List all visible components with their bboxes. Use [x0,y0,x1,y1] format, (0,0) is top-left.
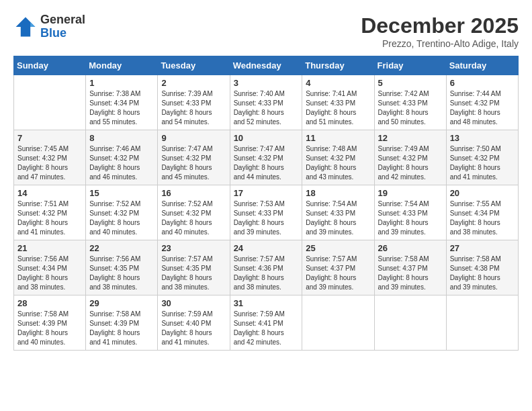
day-cell [14,75,86,130]
day-cell: 3Sunrise: 7:40 AMSunset: 4:33 PMDaylight… [230,75,302,130]
day-info: Sunrise: 7:57 AMSunset: 4:36 PMDaylight:… [234,255,299,292]
day-number: 5 [378,78,443,88]
day-info: Sunrise: 7:42 AMSunset: 4:33 PMDaylight:… [378,89,443,127]
day-info: Sunrise: 7:46 AMSunset: 4:32 PMDaylight:… [89,144,154,182]
day-header-tuesday: Tuesday [158,56,230,75]
day-cell: 28Sunrise: 7:58 AMSunset: 4:39 PMDayligh… [14,295,86,351]
day-info: Sunrise: 7:57 AMSunset: 4:37 PMDaylight:… [306,255,370,292]
day-number: 29 [89,298,154,308]
day-cell: 12Sunrise: 7:49 AMSunset: 4:32 PMDayligh… [374,130,446,185]
day-info: Sunrise: 7:58 AMSunset: 4:39 PMDaylight:… [17,310,82,347]
day-info: Sunrise: 7:47 AMSunset: 4:32 PMDaylight:… [161,144,226,182]
day-number: 14 [17,188,82,198]
day-cell: 7Sunrise: 7:45 AMSunset: 4:32 PMDaylight… [14,130,86,185]
logo-blue: Blue [40,27,85,40]
day-number: 8 [89,133,154,143]
logo-icon [13,15,38,39]
day-cell: 25Sunrise: 7:57 AMSunset: 4:37 PMDayligh… [302,240,374,295]
day-number: 21 [17,243,82,253]
day-number: 3 [234,78,299,88]
svg-marker-1 [30,22,35,27]
day-header-saturday: Saturday [446,56,518,75]
day-cell: 20Sunrise: 7:55 AMSunset: 4:34 PMDayligh… [446,185,518,240]
day-cell: 21Sunrise: 7:56 AMSunset: 4:34 PMDayligh… [14,240,86,295]
day-cell: 6Sunrise: 7:44 AMSunset: 4:32 PMDaylight… [446,75,518,130]
day-number: 24 [234,243,299,253]
logo-text: General Blue [40,13,85,40]
day-info: Sunrise: 7:40 AMSunset: 4:33 PMDaylight:… [234,89,299,127]
day-cell: 10Sunrise: 7:47 AMSunset: 4:32 PMDayligh… [230,130,302,185]
week-row-5: 28Sunrise: 7:58 AMSunset: 4:39 PMDayligh… [14,295,519,351]
week-row-1: 1Sunrise: 7:38 AMSunset: 4:34 PMDaylight… [14,75,519,130]
day-info: Sunrise: 7:51 AMSunset: 4:32 PMDaylight:… [17,199,82,237]
day-number: 15 [89,188,154,198]
day-cell: 2Sunrise: 7:39 AMSunset: 4:33 PMDaylight… [158,75,230,130]
title-area: December 2025 Prezzo, Trentino-Alto Adig… [361,13,519,49]
header: General Blue December 2025 Prezzo, Trent… [13,13,519,49]
day-number: 28 [17,298,82,308]
day-number: 10 [234,133,299,143]
day-info: Sunrise: 7:41 AMSunset: 4:33 PMDaylight:… [306,89,370,127]
week-row-4: 21Sunrise: 7:56 AMSunset: 4:34 PMDayligh… [14,240,519,295]
day-info: Sunrise: 7:58 AMSunset: 4:38 PMDaylight:… [450,255,515,292]
day-number: 18 [306,188,370,198]
day-cell: 4Sunrise: 7:41 AMSunset: 4:33 PMDaylight… [302,75,374,130]
day-info: Sunrise: 7:56 AMSunset: 4:35 PMDaylight:… [89,255,154,292]
day-number: 31 [234,298,299,308]
day-cell: 11Sunrise: 7:48 AMSunset: 4:32 PMDayligh… [302,130,374,185]
day-number: 4 [306,78,370,88]
day-cell [302,295,374,351]
subtitle: Prezzo, Trentino-Alto Adige, Italy [361,38,519,49]
day-info: Sunrise: 7:55 AMSunset: 4:34 PMDaylight:… [450,199,515,237]
day-info: Sunrise: 7:59 AMSunset: 4:41 PMDaylight:… [234,310,299,347]
week-row-2: 7Sunrise: 7:45 AMSunset: 4:32 PMDaylight… [14,130,519,185]
day-cell: 27Sunrise: 7:58 AMSunset: 4:38 PMDayligh… [446,240,518,295]
day-info: Sunrise: 7:57 AMSunset: 4:35 PMDaylight:… [161,255,226,292]
day-number: 27 [450,243,515,253]
day-cell: 17Sunrise: 7:53 AMSunset: 4:33 PMDayligh… [230,185,302,240]
day-number: 6 [450,78,515,88]
day-info: Sunrise: 7:39 AMSunset: 4:33 PMDaylight:… [161,89,226,127]
day-cell: 31Sunrise: 7:59 AMSunset: 4:41 PMDayligh… [230,295,302,351]
day-cell: 26Sunrise: 7:58 AMSunset: 4:37 PMDayligh… [374,240,446,295]
day-info: Sunrise: 7:52 AMSunset: 4:32 PMDaylight:… [89,199,154,237]
day-cell: 23Sunrise: 7:57 AMSunset: 4:35 PMDayligh… [158,240,230,295]
day-cell [374,295,446,351]
day-info: Sunrise: 7:53 AMSunset: 4:33 PMDaylight:… [234,199,299,237]
day-number: 7 [17,133,82,143]
day-cell: 30Sunrise: 7:59 AMSunset: 4:40 PMDayligh… [158,295,230,351]
day-number: 13 [450,133,515,143]
day-number: 19 [378,188,443,198]
day-number: 2 [161,78,226,88]
day-cell: 29Sunrise: 7:58 AMSunset: 4:39 PMDayligh… [86,295,158,351]
day-number: 16 [161,188,226,198]
day-info: Sunrise: 7:50 AMSunset: 4:32 PMDaylight:… [450,144,515,182]
day-info: Sunrise: 7:47 AMSunset: 4:32 PMDaylight:… [234,144,299,182]
day-info: Sunrise: 7:54 AMSunset: 4:33 PMDaylight:… [306,199,370,237]
day-info: Sunrise: 7:49 AMSunset: 4:32 PMDaylight:… [378,144,443,182]
day-cell: 22Sunrise: 7:56 AMSunset: 4:35 PMDayligh… [86,240,158,295]
day-info: Sunrise: 7:38 AMSunset: 4:34 PMDaylight:… [89,89,154,127]
day-info: Sunrise: 7:56 AMSunset: 4:34 PMDaylight:… [17,255,82,292]
day-number: 20 [450,188,515,198]
day-number: 30 [161,298,226,308]
day-cell: 14Sunrise: 7:51 AMSunset: 4:32 PMDayligh… [14,185,86,240]
day-cell: 5Sunrise: 7:42 AMSunset: 4:33 PMDaylight… [374,75,446,130]
day-cell: 9Sunrise: 7:47 AMSunset: 4:32 PMDaylight… [158,130,230,185]
day-cell: 16Sunrise: 7:52 AMSunset: 4:32 PMDayligh… [158,185,230,240]
logo: General Blue [13,13,85,40]
day-header-friday: Friday [374,56,446,75]
day-number: 26 [378,243,443,253]
day-cell: 1Sunrise: 7:38 AMSunset: 4:34 PMDaylight… [86,75,158,130]
day-info: Sunrise: 7:48 AMSunset: 4:32 PMDaylight:… [306,144,370,182]
day-info: Sunrise: 7:58 AMSunset: 4:39 PMDaylight:… [89,310,154,347]
day-info: Sunrise: 7:44 AMSunset: 4:32 PMDaylight:… [450,89,515,127]
day-number: 1 [89,78,154,88]
logo-general: General [40,13,85,27]
day-info: Sunrise: 7:45 AMSunset: 4:32 PMDaylight:… [17,144,82,182]
day-number: 9 [161,133,226,143]
day-cell: 15Sunrise: 7:52 AMSunset: 4:32 PMDayligh… [86,185,158,240]
day-header-monday: Monday [86,56,158,75]
calendar: SundayMondayTuesdayWednesdayThursdayFrid… [13,56,519,351]
day-number: 11 [306,133,370,143]
